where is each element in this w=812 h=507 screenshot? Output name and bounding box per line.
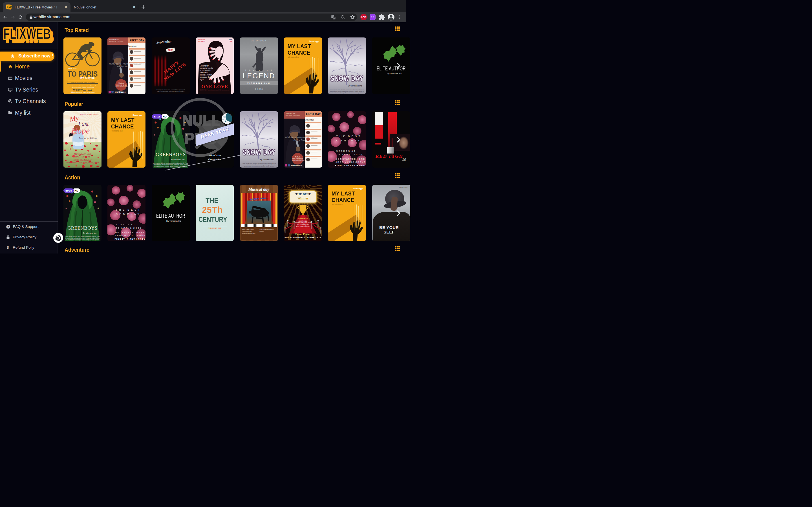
svg-text:?: ? <box>7 225 9 228</box>
svg-text:FW: FW <box>7 5 12 9</box>
svg-text:FLIXWEB: FLIXWEB <box>3 26 51 42</box>
svg-text:$: $ <box>7 245 9 249</box>
